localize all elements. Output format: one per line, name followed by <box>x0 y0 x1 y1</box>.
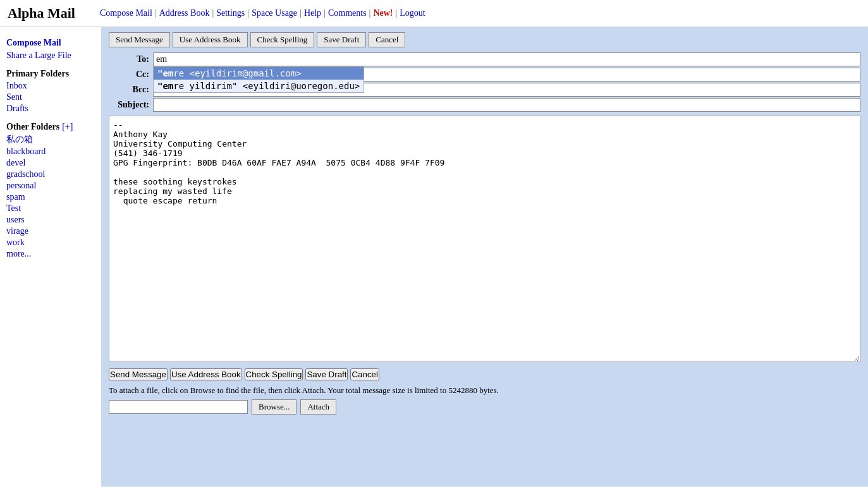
sidebar-inbox[interactable]: Inbox <box>6 80 95 92</box>
save-draft-button-bottom[interactable]: Save Draft <box>305 368 348 380</box>
sidebar-primary-title: Primary Folders <box>6 69 95 79</box>
sidebar-folder-blackboard[interactable]: blackboard <box>6 146 95 157</box>
send-message-button[interactable]: Send Message <box>109 32 170 47</box>
autocomplete-item-1[interactable]: "emre yildirim" <eyildiri@uoregon.edu> <box>154 80 364 92</box>
sidebar-folder-japanese[interactable]: 私の箱 <box>6 133 95 146</box>
send-message-button-bottom[interactable]: Send Message <box>109 368 168 380</box>
sidebar-folder-spam[interactable]: spam <box>6 191 95 203</box>
nav-settings[interactable]: Settings <box>216 8 245 18</box>
nav-sep-6: | <box>369 8 371 18</box>
nav-logout[interactable]: Logout <box>400 8 425 18</box>
sidebar-folder-devel[interactable]: devel <box>6 157 95 169</box>
autocomplete-item-0[interactable]: "emre <eyildirim@gmail.com> <box>154 67 364 80</box>
layout: Compose Mail Share a Large File Primary … <box>0 27 868 487</box>
autocomplete-dropdown: "emre <eyildirim@gmail.com> "emre yildir… <box>153 66 364 93</box>
cancel-button-top[interactable]: Cancel <box>369 32 405 47</box>
attach-button[interactable]: Attach <box>300 399 336 415</box>
nav-compose[interactable]: Compose Mail <box>100 8 152 18</box>
sidebar-folder-users[interactable]: users <box>6 214 95 226</box>
sidebar-folder-more[interactable]: more... <box>6 248 95 260</box>
use-address-book-button-bottom[interactable]: Use Address Book <box>170 368 242 380</box>
nav-new[interactable]: New! <box>373 8 393 18</box>
sidebar-drafts[interactable]: Drafts <box>6 103 95 114</box>
to-label: To: <box>109 54 153 64</box>
nav-sep-2: | <box>212 8 214 18</box>
nav-sep-1: | <box>155 8 157 18</box>
nav-comments[interactable]: Comments <box>328 8 367 18</box>
app-title: Alpha Mail <box>8 5 90 21</box>
sidebar-sent[interactable]: Sent <box>6 92 95 103</box>
nav-help[interactable]: Help <box>304 8 321 18</box>
add-folder-link[interactable]: [+] <box>62 122 73 132</box>
nav-sep-4: | <box>300 8 302 18</box>
sidebar-folder-personal[interactable]: personal <box>6 180 95 191</box>
cc-label: Cc: <box>109 70 153 80</box>
subject-input[interactable] <box>153 98 860 112</box>
browse-button[interactable]: Browse... <box>252 399 296 415</box>
nav-sep-7: | <box>396 8 398 18</box>
nav-addressbook[interactable]: Address Book <box>159 8 210 18</box>
to-input[interactable] <box>153 52 860 66</box>
nav-spaceusage[interactable]: Space Usage <box>252 8 297 18</box>
nav-sep-3: | <box>247 8 249 18</box>
file-path-input[interactable] <box>109 400 248 414</box>
top-toolbar: Send Message Use Address Book Check Spel… <box>109 32 860 47</box>
other-folders-header: Other Folders [+] <box>6 122 95 132</box>
body-textarea[interactable]: -- Anthony Kay University Computing Cent… <box>109 116 860 362</box>
sidebar-folder-test[interactable]: Test <box>6 203 95 214</box>
check-spelling-button-top[interactable]: Check Spelling <box>250 32 315 47</box>
sidebar-folder-work[interactable]: work <box>6 237 95 248</box>
header: Alpha Mail Compose Mail | Address Book |… <box>0 0 868 27</box>
bottom-toolbar: Send Message Use Address Book Check Spel… <box>109 368 860 380</box>
use-address-book-button-top[interactable]: Use Address Book <box>173 32 248 47</box>
subject-label: Subject: <box>109 100 153 110</box>
sidebar-compose-title: Compose Mail <box>6 37 95 49</box>
attach-row: Browse... Attach <box>109 399 860 415</box>
attach-info: To attach a file, click on Browse to fin… <box>109 385 860 396</box>
save-draft-button-top[interactable]: Save Draft <box>317 32 366 47</box>
main-content: Send Message Use Address Book Check Spel… <box>101 27 868 487</box>
cancel-button-bottom[interactable]: Cancel <box>350 368 379 380</box>
bcc-label: Bcc: <box>109 85 153 95</box>
sidebar-share-link[interactable]: Share a Large File <box>6 50 95 61</box>
subject-row: Subject: <box>109 98 860 112</box>
sidebar-folder-gradschool[interactable]: gradschool <box>6 169 95 180</box>
other-folders-title: Other Folders <box>6 122 59 132</box>
nav-sep-5: | <box>324 8 326 18</box>
sidebar: Compose Mail Share a Large File Primary … <box>0 27 101 487</box>
sidebar-folder-virage[interactable]: virage <box>6 226 95 237</box>
to-row: To: "emre <eyildirim@gmail.com> "emre yi… <box>109 52 860 66</box>
nav-links: Compose Mail | Address Book | Settings |… <box>100 8 425 18</box>
footer: AlphaMail Version 0.65 <box>0 487 868 491</box>
compose-form: To: "emre <eyildirim@gmail.com> "emre yi… <box>109 52 860 368</box>
sidebar-compose-link[interactable]: Compose Mail <box>6 37 95 49</box>
check-spelling-button-bottom[interactable]: Check Spelling <box>245 368 303 380</box>
